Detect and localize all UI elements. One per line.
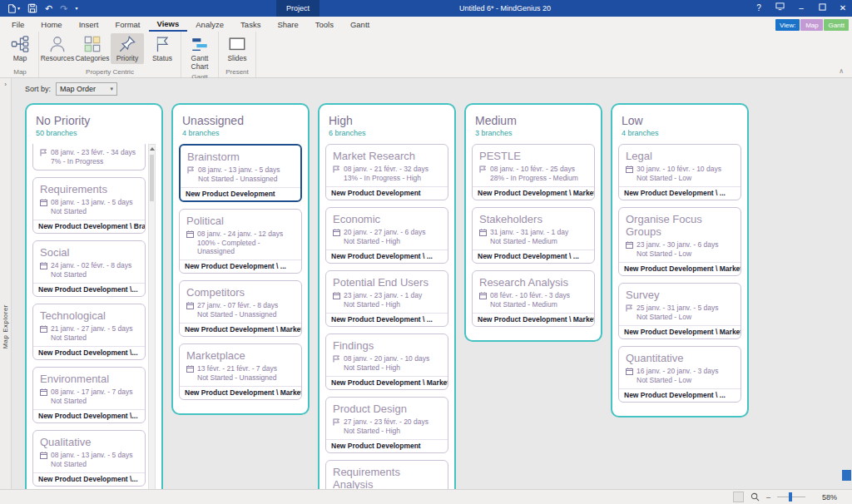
scrollbar-thumb[interactable] bbox=[150, 155, 154, 201]
branch-title: Social bbox=[33, 241, 145, 259]
categories-button[interactable]: Categories bbox=[76, 33, 109, 64]
column-scrollbar[interactable] bbox=[148, 144, 156, 489]
branch-card[interactable]: Legal30 janv. - 10 févr. - 10 daysNot St… bbox=[618, 144, 741, 200]
branch-title: Competitors bbox=[180, 281, 301, 299]
branch-card[interactable]: Competitors27 janv. - 07 févr. - 8 daysN… bbox=[179, 280, 302, 337]
menu-tab-format[interactable]: Format bbox=[106, 17, 148, 32]
status-button[interactable]: Status bbox=[146, 33, 179, 64]
branch-dates-row: 08 janv. - 13 janv. - 5 days bbox=[181, 163, 300, 174]
menu-tab-tools[interactable]: Tools bbox=[307, 17, 342, 32]
zoom-percent: 58% bbox=[822, 493, 837, 502]
branch-card[interactable]: Quantitative16 janv. - 20 janv. - 3 days… bbox=[618, 346, 741, 403]
fit-map-icon[interactable] bbox=[733, 492, 744, 502]
branch-status: Not Started - Medium bbox=[473, 299, 594, 309]
ribbon-button-label: Gantt Chart bbox=[184, 55, 215, 72]
branch-dates-row: 24 janv. - 02 févr. - 8 days bbox=[33, 259, 145, 269]
menu-tab-home[interactable]: Home bbox=[32, 17, 70, 32]
scrollbar-thumb[interactable] bbox=[842, 470, 851, 481]
branch-card[interactable]: Stakeholders31 janv. - 31 janv. - 1 dayN… bbox=[472, 207, 595, 264]
branch-card[interactable]: Product Design27 janv. - 23 févr. - 20 d… bbox=[325, 397, 448, 453]
card-list: Legal30 janv. - 10 févr. - 10 daysNot St… bbox=[618, 144, 741, 403]
branch-card[interactable]: Economic20 janv. - 27 janv. - 6 daysNot … bbox=[325, 207, 448, 264]
column-branch-count: 4 branches bbox=[622, 129, 738, 137]
branch-card[interactable]: Qualitative08 janv. - 13 janv. - 5 daysN… bbox=[32, 430, 146, 487]
branch-dates: 31 janv. - 31 janv. - 1 day bbox=[490, 228, 568, 236]
branch-card[interactable]: 08 janv. - 23 févr. - 34 days7% - In Pro… bbox=[32, 144, 146, 170]
priority-view: Sort by: Map Order ▾ No Priority50 branc… bbox=[12, 78, 852, 489]
branch-card[interactable]: Organise Focus Groups23 janv. - 30 janv.… bbox=[618, 207, 741, 276]
menu-tab-file[interactable]: File bbox=[3, 17, 32, 32]
sort-order-dropdown[interactable]: Map Order ▾ bbox=[56, 82, 117, 96]
view-switch-gantt-button[interactable]: Gantt bbox=[824, 19, 849, 31]
branch-card[interactable]: Market Research08 janv. - 21 févr. - 32 … bbox=[325, 144, 448, 200]
branch-card[interactable]: Survey25 janv. - 31 janv. - 5 daysNot St… bbox=[618, 283, 741, 339]
priority-button[interactable]: Priority bbox=[111, 33, 144, 64]
menu-tab-share[interactable]: Share bbox=[269, 17, 306, 32]
branch-status: Not Started - Low bbox=[619, 312, 741, 321]
project-tab[interactable]: Project bbox=[276, 0, 320, 17]
summary-flag-icon bbox=[333, 418, 340, 426]
save-icon[interactable] bbox=[27, 3, 37, 13]
help-icon[interactable]: ? bbox=[755, 0, 763, 17]
undo-icon[interactable]: ↶ bbox=[45, 0, 52, 17]
branch-status: 28% - In Progress - Medium bbox=[473, 173, 594, 182]
branch-title: Requirements Analysis bbox=[326, 461, 448, 489]
expand-panel-icon[interactable]: › bbox=[0, 78, 11, 88]
switch-windows-icon[interactable] bbox=[775, 0, 785, 17]
zoom-slider-thumb[interactable] bbox=[789, 492, 792, 502]
new-map-icon[interactable]: ▾ bbox=[7, 0, 20, 17]
close-icon[interactable]: ✕ bbox=[839, 0, 847, 17]
branch-dates: 08 févr. - 10 févr. - 3 days bbox=[490, 291, 570, 299]
branch-title: Findings bbox=[326, 334, 448, 352]
collapse-ribbon-icon[interactable]: ∧ bbox=[839, 67, 844, 75]
map-button[interactable]: Map bbox=[3, 33, 37, 64]
view-switch-map-button[interactable]: Map bbox=[800, 19, 823, 31]
branch-card[interactable]: Social24 janv. - 02 févr. - 8 daysNot St… bbox=[32, 240, 146, 297]
menu-tab-views[interactable]: Views bbox=[149, 17, 188, 32]
branch-card[interactable]: Research Analysis08 févr. - 10 févr. - 3… bbox=[472, 270, 595, 327]
branch-card[interactable]: Environmental08 janv. - 17 janv. - 7 day… bbox=[32, 367, 146, 423]
branch-card[interactable]: Findings08 janv. - 20 janv. - 10 daysNot… bbox=[325, 334, 448, 390]
branch-dates: 08 janv. - 23 févr. - 34 days bbox=[51, 148, 136, 156]
view-switch-view-button[interactable]: View: bbox=[775, 19, 800, 31]
summary-flag-icon bbox=[626, 304, 633, 312]
customize-quick-access-icon[interactable]: ▾ bbox=[75, 0, 77, 17]
branch-path: New Product Development bbox=[181, 187, 300, 200]
branch-dates-row: 16 janv. - 20 janv. - 3 days bbox=[619, 364, 741, 375]
zoom-out-icon[interactable]: – bbox=[766, 493, 770, 502]
branch-card[interactable]: Requirements Analysis27 janv. - 03 févr.… bbox=[325, 460, 448, 489]
branch-status: Not Started - Low bbox=[619, 249, 741, 258]
branch-card[interactable]: Technological21 janv. - 27 janv. - 5 day… bbox=[32, 304, 146, 360]
slides-button[interactable]: Slides bbox=[220, 33, 254, 64]
menu-tab-analyze[interactable]: Analyze bbox=[187, 17, 232, 32]
branch-card[interactable]: Requirements08 janv. - 13 janv. - 5 days… bbox=[32, 177, 146, 234]
minimize-icon[interactable]: – bbox=[797, 0, 805, 17]
priority-column-medium: Medium3 branchesPESTLE08 janv. - 10 févr… bbox=[464, 103, 602, 342]
branch-card[interactable]: Marketplace13 févr. - 21 févr. - 7 daysN… bbox=[179, 343, 302, 400]
scroll-up-icon[interactable] bbox=[150, 147, 155, 151]
gantt-chart-button[interactable]: Gantt Chart bbox=[183, 33, 216, 72]
branch-title: Survey bbox=[619, 284, 741, 301]
ribbon-group-label: Property Centric bbox=[41, 67, 179, 77]
branch-card[interactable]: Brainstorm08 janv. - 13 janv. - 5 daysNo… bbox=[179, 144, 302, 202]
resources-button[interactable]: Resources bbox=[41, 33, 74, 64]
menu-tab-insert[interactable]: Insert bbox=[71, 17, 107, 32]
branch-card[interactable]: Political08 janv. - 24 janv. - 12 days10… bbox=[179, 209, 302, 274]
column-branch-count: 4 branches bbox=[182, 129, 299, 137]
branch-card[interactable]: Potential End Users23 janv. - 23 janv. -… bbox=[325, 270, 448, 327]
calendar-icon bbox=[186, 365, 194, 373]
menu-tab-gantt[interactable]: Gantt bbox=[342, 17, 378, 32]
branch-card[interactable]: PESTLE08 janv. - 10 févr. - 25 days28% -… bbox=[472, 144, 595, 200]
branch-dates: 08 janv. - 20 janv. - 10 days bbox=[344, 354, 429, 363]
branch-title: Technological bbox=[33, 304, 145, 322]
quick-access-toolbar: ▾ ↶ ↷ ▾ bbox=[7, 0, 77, 17]
ribbon-group-present: SlidesPresent bbox=[219, 32, 256, 77]
maximize-icon[interactable] bbox=[818, 0, 826, 17]
branch-dates: 08 janv. - 13 janv. - 5 days bbox=[51, 451, 132, 459]
title-bar: ▾ ↶ ↷ ▾ Project Untitled 6* - MindGenius… bbox=[0, 0, 852, 17]
calendar-icon bbox=[479, 229, 487, 236]
calendar-icon bbox=[333, 292, 340, 299]
menu-tab-tasks[interactable]: Tasks bbox=[232, 17, 269, 32]
zoom-slider[interactable] bbox=[777, 492, 805, 502]
calendar-icon bbox=[40, 262, 47, 269]
